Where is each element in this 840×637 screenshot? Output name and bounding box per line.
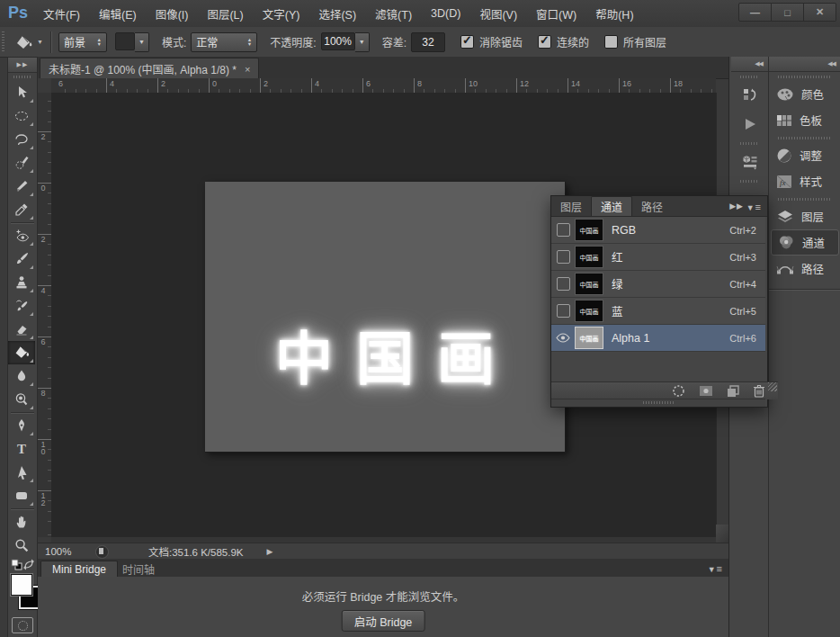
tab-close-icon[interactable]: × <box>245 64 250 75</box>
channel-thumbnail[interactable]: 中国画 <box>575 327 603 349</box>
channel-row-rgb[interactable]: 中国画 RGB Ctrl+2 <box>551 217 765 244</box>
doc-size-icon[interactable] <box>95 545 109 559</box>
opacity-dropdown-button[interactable]: ▼ <box>355 32 370 52</box>
actions-panel-button[interactable] <box>731 110 768 139</box>
foreground-background-swatches[interactable] <box>9 574 36 612</box>
launch-bridge-button[interactable]: 启动 Bridge <box>342 610 425 632</box>
dock-item-styles[interactable]: fx 样式 <box>769 168 840 194</box>
fill-source-select[interactable]: 前景 ▲▼ <box>58 32 107 52</box>
expand-arrows-icon[interactable]: ▶▶ <box>729 202 744 211</box>
panel-grip[interactable] <box>740 76 759 78</box>
close-button[interactable]: ✕ <box>804 3 836 22</box>
tab-mini-bridge[interactable]: Mini Bridge <box>40 561 118 578</box>
channel-thumbnail[interactable]: 中国画 <box>575 300 603 322</box>
dock-item-channels[interactable]: 通道 <box>771 229 839 256</box>
visibility-toggle[interactable] <box>557 250 570 264</box>
dock-item-swatches[interactable]: 色板 <box>769 107 840 133</box>
opacity-value[interactable]: 100% <box>321 32 355 50</box>
rounded-rectangle-tool[interactable] <box>8 484 35 507</box>
tolerance-input[interactable] <box>411 32 445 52</box>
menu-item[interactable]: 编辑(E) <box>99 5 137 22</box>
menu-item[interactable]: 滤镜(T) <box>375 5 412 22</box>
zoom-tool[interactable] <box>8 534 35 557</box>
tab-paths[interactable]: 路径 <box>632 197 672 216</box>
panel-resize-grip[interactable] <box>768 382 777 391</box>
save-selection-icon[interactable] <box>699 385 713 397</box>
visibility-toggle[interactable] <box>557 223 570 237</box>
menu-item[interactable]: 选择(S) <box>318 5 356 22</box>
quick-mask-button[interactable] <box>12 617 33 633</box>
ruler-corner[interactable] <box>38 78 52 94</box>
maximize-button[interactable]: □ <box>772 3 804 22</box>
tab-channels[interactable]: 通道 <box>591 196 632 216</box>
delete-channel-trash-icon[interactable] <box>753 384 765 398</box>
dock-item-color[interactable]: 颜色 <box>769 81 840 107</box>
pattern-dropdown-button[interactable]: ▼ <box>135 32 149 52</box>
panel-menu-icon[interactable]: ▼≡ <box>746 202 762 212</box>
menu-item[interactable]: 图像(I) <box>156 5 189 22</box>
brush-tool[interactable] <box>8 247 35 271</box>
panel-drag-strip[interactable] <box>551 399 765 407</box>
foreground-color-swatch[interactable] <box>11 574 32 596</box>
pen-tool[interactable] <box>8 414 35 437</box>
new-channel-icon[interactable] <box>727 385 739 397</box>
dock-item-adjustments[interactable]: 调整 <box>769 142 840 168</box>
default-colors-icon[interactable] <box>11 559 22 570</box>
move-tool[interactable] <box>8 81 35 104</box>
dock-column2-header[interactable]: ◀◀ <box>769 57 840 72</box>
menu-item[interactable]: 帮助(H) <box>595 5 633 22</box>
active-tool-preview[interactable]: ▼ <box>14 34 43 50</box>
antialias-checkbox[interactable] <box>460 35 474 49</box>
eraser-tool[interactable] <box>8 318 35 341</box>
panel-grip[interactable] <box>778 137 832 139</box>
menu-item[interactable]: 3D(D) <box>431 7 460 20</box>
panel-grip[interactable] <box>778 198 832 201</box>
minimize-button[interactable]: — <box>738 3 772 22</box>
channel-row-alpha1[interactable]: 中国画 Alpha 1 Ctrl+6 <box>551 325 765 352</box>
red-eye-tool[interactable] <box>8 224 35 247</box>
channel-row-red[interactable]: 中国画 红 Ctrl+3 <box>551 244 765 271</box>
visibility-toggle[interactable] <box>557 304 570 318</box>
tab-timeline[interactable]: 时间轴 <box>112 561 165 577</box>
document-tab[interactable]: 未标题-1 @ 100% (中国画, Alpha 1/8) * × <box>40 58 259 79</box>
quick-selection-tool[interactable] <box>8 151 35 175</box>
path-selection-tool[interactable] <box>8 461 35 484</box>
panel-menu-icon[interactable]: ▼≡ <box>708 563 723 574</box>
dodge-tool[interactable] <box>8 388 35 411</box>
channel-row-blue[interactable]: 中国画 蓝 Ctrl+5 <box>551 298 765 325</box>
type-tool[interactable]: T <box>8 437 35 461</box>
status-flyout-arrow-icon[interactable]: ▶ <box>266 547 273 556</box>
dock-item-layers[interactable]: 图层 <box>769 203 840 229</box>
v-ruler[interactable]: 2024681012 <box>38 93 52 537</box>
all-layers-option[interactable]: 所有图层 <box>604 34 666 49</box>
h-ruler[interactable]: 642024681012141618 <box>51 78 716 94</box>
menu-item[interactable]: 文字(Y) <box>263 5 300 22</box>
tab-layers[interactable]: 图层 <box>551 197 591 216</box>
tool-presets-panel-button[interactable] <box>731 148 768 176</box>
document-canvas[interactable]: 中国画 <box>205 182 566 453</box>
hand-tool[interactable] <box>8 510 35 534</box>
channel-thumbnail[interactable]: 中国画 <box>575 219 603 241</box>
antialias-option[interactable]: 消除锯齿 <box>460 34 523 49</box>
options-bar-grip[interactable] <box>2 31 4 52</box>
visibility-toggle[interactable] <box>551 333 575 343</box>
paint-bucket-tool[interactable] <box>8 341 35 364</box>
menu-item[interactable]: 文件(F) <box>43 5 80 22</box>
channel-thumbnail[interactable]: 中国画 <box>575 246 603 268</box>
visibility-toggle[interactable] <box>557 277 570 291</box>
pattern-swatch[interactable] <box>115 32 135 50</box>
elliptical-marquee-tool[interactable] <box>8 104 35 128</box>
all-layers-checkbox[interactable] <box>604 35 618 49</box>
menu-item[interactable]: 图层(L) <box>207 5 243 22</box>
load-selection-icon[interactable] <box>672 384 685 398</box>
blur-tool[interactable] <box>8 364 35 388</box>
menu-item[interactable]: 窗口(W) <box>536 5 576 22</box>
contiguous-option[interactable]: 连续的 <box>538 34 589 49</box>
menu-item[interactable]: 视图(V) <box>479 5 517 22</box>
slice-tool[interactable] <box>8 175 35 198</box>
lasso-tool[interactable] <box>8 128 35 151</box>
panel-grip[interactable] <box>778 76 832 78</box>
zoom-level-field[interactable]: 100% <box>45 546 88 557</box>
panel-grip[interactable] <box>740 180 759 183</box>
dock-column1-header[interactable]: ◀◀ <box>731 57 768 72</box>
